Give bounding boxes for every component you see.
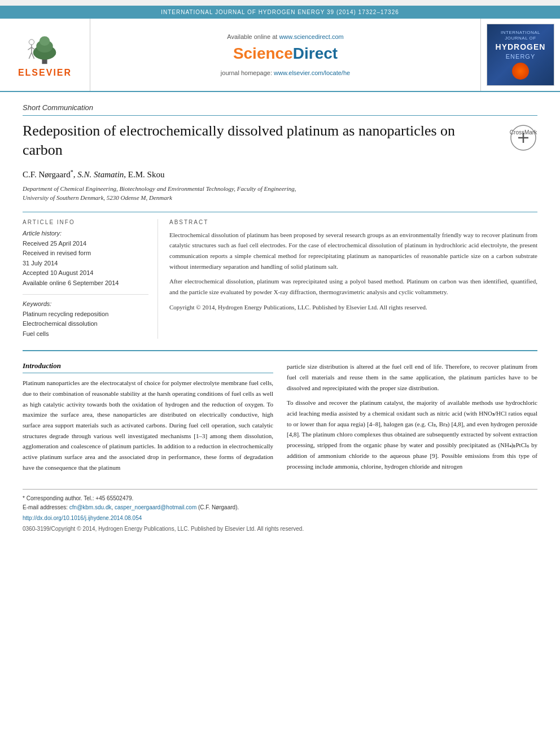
body-section: Introduction Platinum nanoparticles are … <box>23 361 537 477</box>
abstract-copyright: Copyright © 2014, Hydrogen Energy Public… <box>169 302 537 313</box>
journal-homepage-line: journal homepage: www.elsevier.com/locat… <box>221 69 350 76</box>
journal-cover: International Journal of HYDROGEN ENERGY <box>487 24 554 86</box>
footer-doi: http://dx.doi.org/10.1016/j.ijhydene.201… <box>23 512 537 522</box>
keyword-1: Platinum recycling redeposition <box>23 309 148 320</box>
journal-header-bar: INTERNATIONAL JOURNAL OF HYDROGEN ENERGY… <box>0 6 560 19</box>
keywords-divider <box>23 294 148 295</box>
title-row: Redeposition of electrochemically dissol… <box>23 121 537 160</box>
journal-cover-section: International Journal of HYDROGEN ENERGY <box>481 19 560 91</box>
elsevier-wordmark: ELSEVIER <box>18 68 72 78</box>
body-left-col: Introduction Platinum nanoparticles are … <box>23 361 273 477</box>
sciencedirect-url[interactable]: www.sciencedirect.com <box>279 33 343 40</box>
article-content: Short Communication Redeposition of elec… <box>0 92 560 543</box>
affiliation: Department of Chemical Engineering, Biot… <box>23 184 537 203</box>
crossmark-section: CrossMark <box>509 124 537 154</box>
crossmark-icon: CrossMark <box>509 124 537 152</box>
elsevier-logo-section: ELSEVIER <box>0 19 90 91</box>
journal-homepage-link[interactable]: www.elsevier.com/locate/he <box>274 69 350 76</box>
footer-corresponding: * Corresponding author. Tel.: +45 655024… <box>23 494 537 503</box>
available-online-date: Available online 6 September 2014 <box>23 278 148 289</box>
authors-line: C.F. Nørgaard*, S.N. Stamatin, E.M. Skou <box>23 169 537 180</box>
received-revised-label: Received in revised form <box>23 248 148 259</box>
elsevier-tree-icon <box>22 32 67 65</box>
received-date: Received 25 April 2014 <box>23 239 148 249</box>
intro-para-1: Platinum nanoparticles are the electroca… <box>23 378 273 473</box>
journal-title: INTERNATIONAL JOURNAL OF HYDROGEN ENERGY… <box>161 9 399 15</box>
intro-right-para-1: particle size distribution is altered at… <box>287 361 537 393</box>
journal-cover-title: International Journal of <box>491 30 550 42</box>
history-label: Article history: <box>23 230 148 237</box>
elsevier-logo: ELSEVIER <box>18 32 72 78</box>
journal-header: ELSEVIER Available online at www.science… <box>0 19 560 92</box>
footer-copyright: 0360-3199/Copyright © 2014, Hydrogen Ene… <box>23 526 537 532</box>
page: INTERNATIONAL JOURNAL OF HYDROGEN ENERGY… <box>0 6 560 747</box>
intro-body-left: Platinum nanoparticles are the electroca… <box>23 378 273 473</box>
abstract-panel: ABSTRACT Electrochemical dissolution of … <box>169 219 537 339</box>
journal-cover-energy: ENERGY <box>506 53 535 60</box>
intro-right-para-2: To dissolve and recover the platinum cat… <box>287 397 537 471</box>
abstract-heading: ABSTRACT <box>169 219 537 225</box>
doi-link[interactable]: http://dx.doi.org/10.1016/j.ijhydene.201… <box>23 515 142 521</box>
article-info-heading: ARTICLE INFO <box>23 219 148 225</box>
section-divider <box>23 350 537 351</box>
article-type-label: Short Communication <box>23 103 537 116</box>
svg-point-4 <box>29 40 34 45</box>
svg-point-3 <box>40 36 50 46</box>
article-title: Redeposition of electrochemically dissol… <box>23 121 498 160</box>
journal-cover-graphic <box>512 63 529 80</box>
keywords-label: Keywords: <box>23 300 148 307</box>
revised-date: 31 July 2014 <box>23 259 148 269</box>
keyword-3: Fuel cells <box>23 329 148 339</box>
email-link-1[interactable]: cfn@kbm.sdu.dk <box>69 504 112 510</box>
available-online-text: Available online at www.sciencedirect.co… <box>227 33 343 40</box>
footer-email: E-mail addresses: cfn@kbm.sdu.dk, casper… <box>23 503 537 512</box>
info-abstract-section: ARTICLE INFO Article history: Received 2… <box>23 212 537 339</box>
header-center: Available online at www.sciencedirect.co… <box>90 19 481 91</box>
accepted-date: Accepted 10 August 2014 <box>23 268 148 278</box>
page-footer: * Corresponding author. Tel.: +45 655024… <box>23 489 537 532</box>
abstract-para-1: Electrochemical dissolution of platinum … <box>169 230 537 272</box>
email-link-2[interactable]: casper_noergaard@hotmail.com <box>115 504 196 510</box>
keyword-2: Electrochemical dissolution <box>23 319 148 329</box>
abstract-para-2: After electrochemical dissolution, plati… <box>169 276 537 297</box>
svg-line-6 <box>28 47 32 50</box>
svg-line-8 <box>29 53 32 59</box>
article-info-panel: ARTICLE INFO Article history: Received 2… <box>23 219 158 339</box>
body-right-col: particle size distribution is altered at… <box>287 361 537 477</box>
svg-line-7 <box>32 47 35 50</box>
abstract-body: Electrochemical dissolution of platinum … <box>169 230 537 313</box>
journal-cover-hydrogen: HYDROGEN <box>496 42 546 52</box>
intro-body-right: particle size distribution is altered at… <box>287 361 537 471</box>
introduction-heading: Introduction <box>23 361 273 373</box>
sciencedirect-logo: ScienceDirect <box>233 45 338 63</box>
